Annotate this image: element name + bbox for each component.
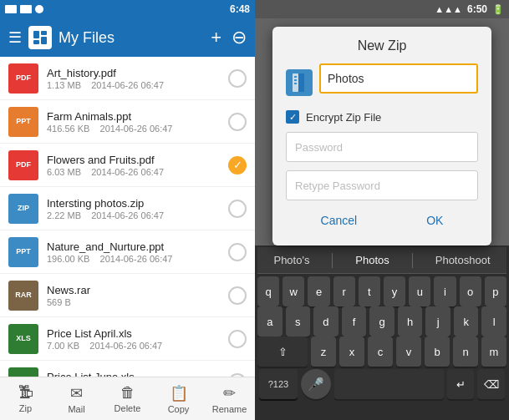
svg-rect-1	[41, 31, 47, 35]
file-checkbox[interactable]	[228, 113, 247, 131]
autocomplete-photos[interactable]: Photos	[345, 247, 399, 273]
key-v[interactable]: v	[396, 337, 421, 367]
bottom-btn-zip[interactable]: 🗜 Zip	[0, 379, 51, 418]
list-item[interactable]: PPT Nature_and_Nurture.ppt 196.00 KB 201…	[0, 230, 255, 274]
file-type-icon: ZIP	[8, 194, 38, 224]
autocomplete-photos-s[interactable]: Photo's	[263, 247, 319, 273]
key-u[interactable]: u	[409, 276, 430, 306]
file-name: Price List April.xls	[47, 327, 228, 340]
encrypt-checkbox[interactable]	[286, 110, 299, 124]
file-type-icon: XLS	[8, 324, 38, 354]
key-p[interactable]: p	[485, 276, 506, 306]
delete-label: Delete	[115, 403, 141, 413]
key-q[interactable]: q	[257, 276, 279, 306]
file-info: Price List June.xls 7.00 KB 2014-06-26 0…	[47, 371, 228, 377]
svg-rect-7	[294, 79, 297, 81]
key-x[interactable]: x	[339, 337, 364, 367]
zip-icon	[286, 69, 313, 96]
list-item[interactable]: RAR News.rar 569 B	[0, 274, 255, 317]
keyboard-row-2: ⇧zxcvbnm	[257, 337, 506, 367]
dialog-area: New Zip Encrypt Zip File	[255, 18, 509, 245]
file-name: Nature_and_Nurture.ppt	[47, 240, 228, 253]
file-type-icon: RAR	[8, 281, 38, 311]
key-j[interactable]: j	[425, 306, 450, 337]
autocomplete-photoshoot[interactable]: Photoshoot	[425, 247, 501, 273]
dialog-buttons: Cancel OK	[286, 209, 478, 232]
file-info: Flowers and Fruits.pdf 6.03 MB 2014-06-2…	[47, 154, 228, 177]
file-meta: 196.00 KB 2014-06-26 06:47	[47, 254, 228, 264]
key-s[interactable]: s	[286, 306, 311, 337]
key-w[interactable]: w	[282, 276, 304, 306]
header-actions: + ⊖	[211, 28, 247, 47]
battery-icon	[35, 5, 43, 13]
status-icons-left	[5, 5, 43, 13]
password-placeholder: Password	[295, 141, 343, 154]
bottom-btn-copy[interactable]: 📋 Copy	[153, 379, 204, 419]
bottom-btn-mail[interactable]: ✉ Mail	[51, 379, 102, 419]
shift-key[interactable]: ⇧	[257, 337, 308, 367]
autocomplete-sep	[332, 253, 333, 268]
cancel-button[interactable]: Cancel	[298, 209, 381, 232]
key-m[interactable]: m	[481, 337, 506, 367]
ok-button[interactable]: OK	[403, 209, 466, 232]
file-type-icon: PDF	[8, 150, 38, 180]
menu-icon[interactable]: ☰	[8, 28, 22, 47]
key-o[interactable]: o	[460, 276, 481, 306]
key-y[interactable]: y	[384, 276, 405, 306]
retype-placeholder: Retype Password	[295, 180, 380, 192]
list-item[interactable]: PDF Art_history.pdf 1.13 MB 2014-06-26 0…	[0, 57, 255, 100]
file-meta: 416.56 KB 2014-06-26 06:47	[47, 124, 228, 134]
file-info: Price List April.xls 7.00 KB 2014-06-26 …	[47, 327, 228, 351]
key-k[interactable]: k	[454, 306, 479, 337]
add-button[interactable]: +	[211, 28, 221, 47]
file-meta: 1.13 MB 2014-06-26 06:47	[47, 80, 228, 90]
key-n[interactable]: n	[453, 337, 478, 367]
svg-rect-5	[298, 73, 304, 92]
file-meta: 7.00 KB 2014-06-26 06:47	[47, 341, 228, 351]
minus-button[interactable]: ⊖	[232, 28, 247, 47]
key-t[interactable]: t	[359, 276, 380, 306]
key-z[interactable]: z	[311, 337, 336, 367]
sym-key[interactable]: ?123	[259, 369, 298, 399]
file-type-icon: PPT	[8, 237, 38, 267]
keyboard-row-0: qwertyuiop	[257, 276, 506, 306]
key-a[interactable]: a	[257, 306, 282, 337]
key-c[interactable]: c	[368, 337, 393, 367]
list-item[interactable]: XLS Price List April.xls 7.00 KB 2014-06…	[0, 317, 255, 361]
key-h[interactable]: h	[398, 306, 423, 337]
key-e[interactable]: e	[308, 276, 329, 306]
file-checkbox[interactable]	[228, 69, 247, 88]
list-item[interactable]: XLS Price List June.xls 7.00 KB 2014-06-…	[0, 361, 255, 377]
list-item[interactable]: ZIP Intersting photos.zip 2.22 MB 2014-0…	[0, 187, 255, 230]
retype-password-field[interactable]: Retype Password	[286, 170, 478, 200]
svg-rect-0	[33, 31, 39, 38]
bottom-btn-rename[interactable]: ✏ Rename	[204, 379, 255, 419]
delete-key[interactable]: ⌫	[477, 369, 505, 399]
file-checkbox[interactable]	[228, 330, 247, 348]
key-r[interactable]: r	[333, 276, 355, 306]
list-item[interactable]: PDF Flowers and Fruits.pdf 6.03 MB 2014-…	[0, 144, 255, 187]
mic-key[interactable]: 🎤	[301, 369, 331, 399]
key-f[interactable]: f	[342, 306, 367, 337]
key-b[interactable]: b	[425, 337, 450, 367]
file-meta: 569 B	[47, 297, 228, 307]
time-right: 6:50	[467, 3, 487, 15]
file-checkbox[interactable]	[228, 156, 247, 175]
enter-key[interactable]: ↵	[447, 369, 475, 399]
zip-name-input[interactable]	[319, 63, 478, 94]
key-d[interactable]: d	[313, 306, 338, 337]
keyboard-row-1: asdfghjkl	[257, 306, 506, 337]
key-g[interactable]: g	[369, 306, 394, 337]
key-i[interactable]: i	[434, 276, 456, 306]
bottom-btn-delete[interactable]: 🗑 Delete	[102, 379, 153, 418]
page-title: My Files	[59, 29, 204, 47]
list-item[interactable]: PPT Farm Animals.ppt 416.56 KB 2014-06-2…	[0, 100, 255, 144]
file-checkbox[interactable]	[228, 200, 247, 218]
file-checkbox[interactable]	[228, 243, 247, 261]
keyboard-area: Photo'sPhotosPhotoshoot qwertyuiopasdfgh…	[255, 245, 509, 420]
file-type-icon: XLS	[8, 367, 38, 377]
space-key[interactable]	[334, 369, 444, 399]
key-l[interactable]: l	[481, 306, 506, 337]
file-checkbox[interactable]	[228, 286, 247, 305]
password-field[interactable]: Password	[286, 132, 478, 162]
